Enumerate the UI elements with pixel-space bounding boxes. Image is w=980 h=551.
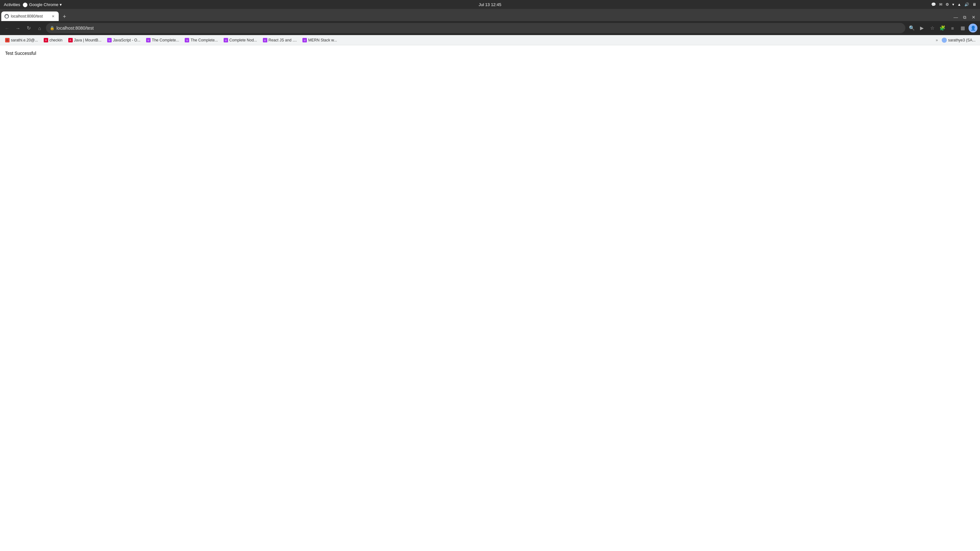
bookmark-react[interactable]: u React JS and ....	[260, 37, 299, 44]
bookmark-label-java: Java | MountB...	[74, 38, 102, 43]
tab-favicon: ⬤	[5, 14, 9, 19]
activities-label[interactable]: Activities	[4, 2, 20, 7]
bookmark-favicon-complete2: u	[185, 38, 189, 43]
new-tab-button[interactable]: +	[60, 12, 69, 21]
os-datetime: Jul 13 12:45	[479, 2, 501, 7]
back-button[interactable]: ←	[3, 24, 11, 33]
tab-bar: ⬤ localhost:8080/test ✕ +	[0, 9, 69, 21]
minimize-button[interactable]: —	[952, 13, 959, 21]
tab-title: localhost:8080/test	[11, 14, 48, 19]
wifi-icon[interactable]: ▲	[957, 2, 961, 7]
tab-close-button[interactable]: ✕	[50, 14, 56, 19]
mail-icon[interactable]: ✉	[939, 2, 942, 7]
profile-label: sarathye3 (SA...	[948, 38, 975, 43]
url-display: localhost:8080/test	[56, 25, 902, 30]
forward-button[interactable]: →	[13, 24, 22, 33]
address-bar-input[interactable]: 🔒 localhost:8080/test	[46, 23, 905, 33]
browser-label: ⬤ Google Chrome ▾	[23, 2, 62, 7]
page-text: Test Successful	[5, 51, 36, 56]
titlebar-spacer: — ⧉ ✕	[69, 13, 980, 21]
bookmarks-more[interactable]: »	[934, 37, 939, 43]
bookmark-node[interactable]: u Complete Nod...	[221, 37, 260, 44]
bookmark-sarathi[interactable]: G sarathi.e.20@...	[3, 37, 40, 44]
bookmark-favicon-node: u	[224, 38, 228, 43]
bookmark-favicon-checkin: A	[44, 38, 48, 43]
reload-button[interactable]: ↻	[24, 24, 33, 33]
addressbar-actions: 🔍 ▶ ☆ 🧩 ≡ ▦ 👤	[907, 24, 977, 33]
settings-icon[interactable]: ⚙	[945, 2, 949, 7]
profile-avatar-small	[942, 38, 947, 43]
bookmark-complete1[interactable]: u The Complete...	[143, 37, 181, 44]
os-system-icons: 💬 ✉ ⚙ ▾ ▲ 🔊 🖥	[931, 2, 976, 7]
bookmark-label-node: Complete Nod...	[229, 38, 257, 43]
active-tab[interactable]: ⬤ localhost:8080/test ✕	[1, 11, 59, 21]
volume-icon[interactable]: 🔊	[964, 2, 969, 7]
bookmark-label-mern: MERN Stack w...	[308, 38, 337, 43]
bookmark-favicon-complete1: u	[146, 38, 151, 43]
lock-icon: 🔒	[50, 26, 54, 30]
bookmark-label-checkin: checkin	[49, 38, 62, 43]
play-icon[interactable]: ▶	[918, 24, 926, 33]
bookmark-label-react: React JS and ....	[269, 38, 297, 43]
close-button[interactable]: ✕	[970, 13, 977, 21]
screen-icon[interactable]: 🖥	[972, 2, 976, 7]
profile-avatar[interactable]: 👤	[969, 24, 977, 33]
os-topbar-left: Activities ⬤ Google Chrome ▾	[4, 2, 62, 7]
bookmarks-bar: G sarathi.e.20@... A checkin A Java | Mo…	[0, 35, 980, 45]
addressbar: ← → ↻ ⌂ 🔒 localhost:8080/test 🔍 ▶ ☆ 🧩 ≡ …	[0, 21, 980, 35]
bookmark-favicon-mern: u	[302, 38, 307, 43]
bookmark-checkin[interactable]: A checkin	[41, 37, 65, 44]
bookmark-icon[interactable]: ☆	[928, 24, 937, 33]
search-icon[interactable]: 🔍	[907, 24, 916, 33]
os-topbar: Activities ⬤ Google Chrome ▾ Jul 13 12:4…	[0, 0, 980, 9]
discord-icon[interactable]: 💬	[931, 2, 936, 7]
bookmark-favicon-java: A	[68, 38, 73, 43]
profile-section[interactable]: sarathye3 (SA...	[940, 37, 977, 43]
bookmark-java[interactable]: A Java | MountB...	[66, 37, 104, 44]
sidebar-icon[interactable]: ▦	[958, 24, 967, 33]
home-button[interactable]: ⌂	[35, 24, 44, 33]
bookmark-mern[interactable]: u MERN Stack w...	[300, 37, 339, 44]
maximize-button[interactable]: ⧉	[961, 13, 969, 21]
bookmark-label-sarathi: sarathi.e.20@...	[11, 38, 38, 43]
extension-icon[interactable]: 🧩	[938, 24, 947, 33]
bookmark-favicon-sarathi: G	[5, 38, 10, 43]
tablist-icon[interactable]: ≡	[948, 24, 957, 33]
bookmark-label-complete1: The Complete...	[152, 38, 179, 43]
chrome-titlebar: ⬤ localhost:8080/test ✕ + — ⧉ ✕	[0, 9, 980, 21]
page-content: Test Successful	[0, 45, 980, 551]
bookmark-favicon-javascript: u	[107, 38, 111, 43]
bookmark-label-javascript: JavaScript - O...	[113, 38, 140, 43]
bookmark-complete2[interactable]: u The Complete...	[182, 37, 220, 44]
bookmark-favicon-react: u	[263, 38, 267, 43]
dropdown-icon[interactable]: ▾	[952, 2, 954, 7]
bookmark-javascript[interactable]: u JavaScript - O...	[105, 37, 143, 44]
bookmark-label-complete2: The Complete...	[191, 38, 218, 43]
